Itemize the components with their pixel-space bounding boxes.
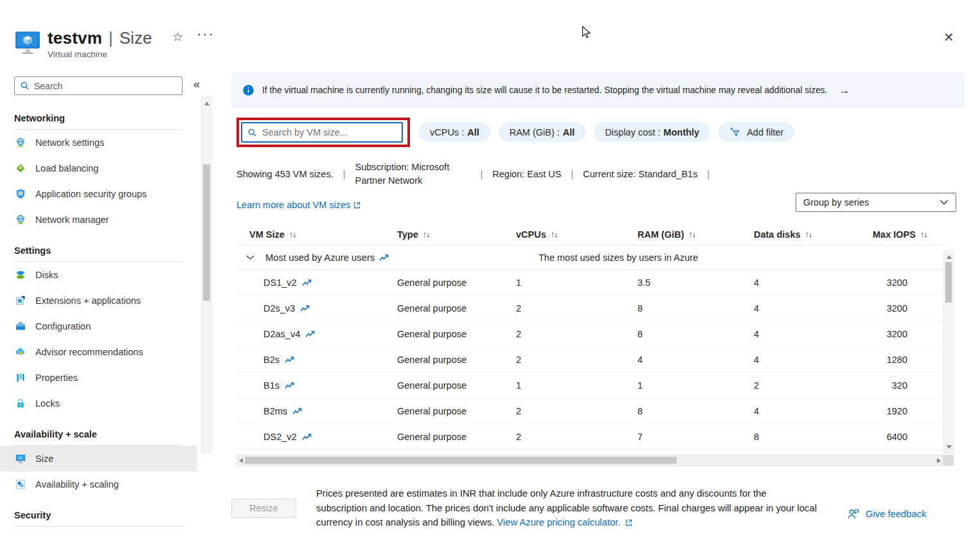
sidebar-item-application-security-groups[interactable]: Application security groups xyxy=(0,181,197,207)
column-header-vcpus[interactable]: vCPUs↑↓ xyxy=(516,229,637,240)
pill-value: Monthly xyxy=(664,127,700,137)
cell-vm-size: DS2_v2 xyxy=(236,432,397,442)
disks-icon xyxy=(15,269,26,281)
sidebar-item-availability-scaling[interactable]: Availability + scaling xyxy=(0,472,197,497)
pricing-calculator-link[interactable]: View Azure pricing calculator. xyxy=(497,517,632,527)
sidebar-item-label: Configuration xyxy=(35,321,91,331)
table-vertical-scrollbar[interactable] xyxy=(943,251,954,454)
scroll-right-arrow[interactable] xyxy=(937,458,941,463)
more-options-icon[interactable]: ··· xyxy=(197,26,215,42)
mouse-cursor xyxy=(580,26,592,42)
banner-arrow-icon[interactable]: → xyxy=(839,84,850,97)
cell-max-iops: 3200 xyxy=(873,303,943,314)
cell-ram: 4 xyxy=(637,355,754,365)
table-header-row: VM Size↑↓Type↑↓vCPUs↑↓RAM (GiB)↑↓Data di… xyxy=(236,224,943,245)
scrollbar-thumb[interactable] xyxy=(203,164,210,301)
cell-vm-size: B1s xyxy=(236,380,397,391)
scrollbar-thumb[interactable] xyxy=(945,262,952,303)
status-divider: | xyxy=(481,169,483,179)
current-size-label: Current size: Standard_B1s xyxy=(583,169,697,179)
sidebar-item-advisor-recommendations[interactable]: Advisor recommendations xyxy=(0,339,197,365)
cell-vcpus: 2 xyxy=(516,355,637,365)
favorite-star-icon[interactable]: ☆ xyxy=(172,30,183,44)
column-label: RAM (GiB) xyxy=(637,229,684,240)
sidebar-search[interactable] xyxy=(14,76,183,95)
pill-value: All xyxy=(467,127,479,137)
vm-size-search-input[interactable] xyxy=(262,127,396,137)
column-header-max-iops[interactable]: Max IOPS↑↓ xyxy=(873,229,943,240)
filter-pill-ram-gib[interactable]: RAM (GiB) :All xyxy=(499,122,586,142)
column-header-data-disks[interactable]: Data disks↑↓ xyxy=(754,229,873,240)
sidebar-item-configuration[interactable]: Configuration xyxy=(0,314,197,339)
cell-type: General purpose xyxy=(397,303,516,314)
pill-label: vCPUs : xyxy=(430,127,464,137)
cell-max-iops: 3200 xyxy=(873,329,943,339)
close-icon[interactable]: ✕ xyxy=(943,30,954,45)
size-monitor-icon xyxy=(15,453,26,464)
trend-up-icon xyxy=(305,330,315,338)
chevron-down-icon xyxy=(940,200,949,205)
table-row-d2as-v4[interactable]: D2as_v4General purpose2843200 xyxy=(236,321,943,347)
feedback-text: Give feedback xyxy=(866,509,927,519)
column-header-type[interactable]: Type↑↓ xyxy=(397,229,516,240)
sort-icon: ↑↓ xyxy=(920,230,927,239)
sidebar-item-load-balancing[interactable]: Load balancing xyxy=(0,155,197,181)
scroll-down-arrow[interactable] xyxy=(947,445,952,449)
status-divider: | xyxy=(343,169,346,179)
lock-icon xyxy=(15,398,26,409)
table-row-d2s-v3[interactable]: D2s_v3General purpose2843200 xyxy=(236,296,943,321)
sidebar-item-locks[interactable]: Locks xyxy=(0,391,197,416)
sidebar-item-network-settings[interactable]: Network settings xyxy=(0,130,197,155)
pill-label: Add filter xyxy=(747,127,783,137)
filter-pill-display-cost[interactable]: Display cost :Monthly xyxy=(594,122,710,142)
advisor-icon xyxy=(15,346,26,358)
column-header-ram-gib[interactable]: RAM (GiB)↑↓ xyxy=(637,229,754,240)
collapse-sidebar-icon[interactable]: « xyxy=(193,78,200,91)
scroll-left-arrow[interactable] xyxy=(239,458,243,463)
filter-pills: vCPUs :AllRAM (GiB) :AllDisplay cost :Mo… xyxy=(419,122,794,142)
pill-value: All xyxy=(563,127,575,137)
cell-max-iops: 320 xyxy=(873,380,943,391)
cell-type: General purpose xyxy=(397,380,516,391)
filter-pill-add-filter[interactable]: Add filter xyxy=(718,122,794,142)
pricing-disclaimer: Prices presented are estimates in INR th… xyxy=(316,486,819,530)
give-feedback-link[interactable]: Give feedback xyxy=(847,508,927,520)
group-by-dropdown[interactable]: Group by series xyxy=(796,193,956,212)
cell-ram: 7 xyxy=(637,432,754,442)
vm-size-search[interactable] xyxy=(241,122,403,143)
sidebar-item-extensions-applications[interactable]: Extensions + applications xyxy=(0,288,197,314)
cell-vm-size: B2s xyxy=(236,355,397,365)
region-label: Region: East US xyxy=(492,169,561,179)
resize-button[interactable]: Resize xyxy=(231,499,296,518)
sidebar-item-properties[interactable]: Properties xyxy=(0,365,197,391)
cell-vcpus: 2 xyxy=(516,303,637,314)
network-globe-icon xyxy=(15,137,26,148)
cell-max-iops: 6400 xyxy=(873,432,943,442)
sidebar-scrollbar[interactable] xyxy=(201,96,212,454)
filter-pill-vcpus[interactable]: vCPUs :All xyxy=(419,122,490,142)
table-row-b2s[interactable]: B2sGeneral purpose2441280 xyxy=(236,347,943,373)
sidebar-item-size[interactable]: Size xyxy=(0,446,197,472)
table-row-b1s[interactable]: B1sGeneral purpose112320 xyxy=(236,373,943,398)
collapse-group-icon[interactable] xyxy=(246,255,254,260)
sidebar-item-network-manager[interactable]: Network manager xyxy=(0,207,197,233)
table-row-ds2-v2[interactable]: DS2_v2General purpose2786400 xyxy=(236,424,943,450)
annotation-box xyxy=(236,118,410,147)
scroll-up-arrow[interactable] xyxy=(947,255,952,259)
nav-section-settings: Settings xyxy=(14,245,183,262)
table-row-b2ms[interactable]: B2msGeneral purpose2841920 xyxy=(236,398,943,424)
table-horizontal-scrollbar[interactable] xyxy=(236,455,943,466)
group-name[interactable]: Most used by Azure users xyxy=(265,252,389,263)
scrollbar-thumb[interactable] xyxy=(245,457,677,464)
scroll-up-arrow[interactable] xyxy=(204,102,209,105)
info-icon xyxy=(242,84,254,96)
learn-more-link[interactable]: Learn more about VM sizes xyxy=(236,200,361,210)
cell-max-iops: 1280 xyxy=(873,355,943,365)
column-header-vm-size[interactable]: VM Size↑↓ xyxy=(236,229,397,240)
sidebar-search-input[interactable] xyxy=(34,81,177,91)
sidebar-item-disks[interactable]: Disks xyxy=(0,262,197,288)
trend-up-icon xyxy=(292,407,302,415)
cell-data-disks: 8 xyxy=(754,432,873,442)
status-divider: | xyxy=(707,169,709,179)
table-row-ds1-v2[interactable]: DS1_v2General purpose13.543200 xyxy=(236,270,943,296)
